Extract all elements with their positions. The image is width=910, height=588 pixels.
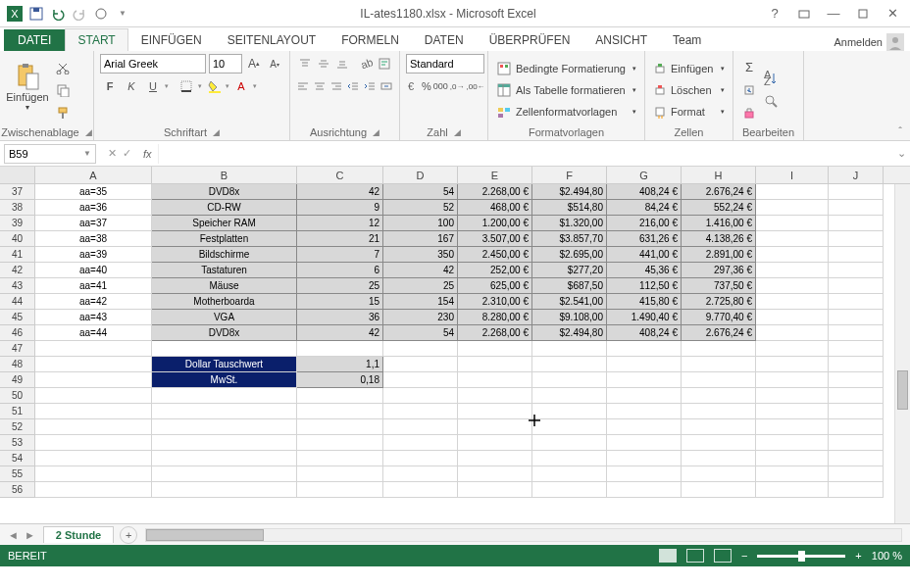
cell[interactable]: aa=41 bbox=[35, 278, 152, 294]
cell[interactable]: Dollar Tauschwert bbox=[152, 357, 297, 372]
cell[interactable] bbox=[607, 357, 682, 372]
align-bottom-icon[interactable] bbox=[333, 54, 350, 74]
cell[interactable] bbox=[532, 372, 607, 388]
cell[interactable] bbox=[383, 482, 458, 498]
cell[interactable] bbox=[35, 372, 152, 388]
clear-icon[interactable] bbox=[739, 103, 759, 122]
cell[interactable] bbox=[297, 388, 383, 404]
font-name-select[interactable] bbox=[100, 54, 206, 74]
tab-insert[interactable]: EINFÜGEN bbox=[128, 28, 215, 51]
cell[interactable] bbox=[35, 419, 152, 435]
cell[interactable] bbox=[383, 451, 458, 466]
cell[interactable] bbox=[607, 451, 682, 466]
cell[interactable]: aa=38 bbox=[35, 231, 152, 247]
cell[interactable]: $2.695,00 bbox=[532, 247, 607, 263]
cell[interactable]: 415,80 € bbox=[607, 294, 682, 310]
cell[interactable] bbox=[532, 341, 607, 357]
cell[interactable]: 36 bbox=[297, 310, 383, 325]
cell[interactable] bbox=[756, 263, 829, 278]
align-left-icon[interactable] bbox=[296, 76, 311, 96]
cell[interactable] bbox=[829, 263, 884, 278]
cell[interactable]: 625,00 € bbox=[458, 278, 532, 294]
cell[interactable]: 54 bbox=[383, 184, 458, 200]
cell[interactable] bbox=[756, 372, 829, 388]
help-icon[interactable]: ? bbox=[765, 4, 784, 24]
bold-button[interactable]: F bbox=[100, 76, 120, 96]
cell[interactable]: 6 bbox=[297, 263, 383, 278]
cell[interactable] bbox=[829, 184, 884, 200]
cell[interactable]: 2.310,00 € bbox=[458, 294, 532, 310]
cell[interactable] bbox=[607, 404, 682, 419]
paste-button[interactable]: Einfügen▾ bbox=[6, 54, 49, 119]
cell[interactable]: 1.416,00 € bbox=[682, 216, 756, 231]
cell[interactable] bbox=[829, 247, 884, 263]
row-header[interactable]: 52 bbox=[0, 419, 35, 435]
cell[interactable] bbox=[682, 357, 756, 372]
cell[interactable]: 45,36 € bbox=[607, 263, 682, 278]
cell[interactable] bbox=[682, 435, 756, 451]
qat-custom-icon[interactable] bbox=[92, 5, 110, 23]
qat-more-icon[interactable]: ▼ bbox=[114, 5, 131, 23]
cell[interactable] bbox=[383, 372, 458, 388]
tab-layout[interactable]: SEITENLAYOUT bbox=[215, 28, 329, 51]
format-painter-icon[interactable] bbox=[53, 103, 73, 122]
row-header[interactable]: 56 bbox=[0, 482, 35, 498]
cell[interactable]: Mäuse bbox=[152, 278, 297, 294]
col-header[interactable]: C bbox=[297, 167, 383, 183]
cell[interactable]: 15 bbox=[297, 294, 383, 310]
cell[interactable]: $2.494,80 bbox=[532, 184, 607, 200]
cell[interactable] bbox=[829, 294, 884, 310]
align-center-icon[interactable] bbox=[313, 76, 328, 96]
inc-indent-icon[interactable] bbox=[362, 76, 377, 96]
zoom-in-icon[interactable]: + bbox=[855, 550, 861, 562]
copy-icon[interactable] bbox=[53, 80, 73, 100]
cell[interactable] bbox=[297, 341, 383, 357]
cell[interactable] bbox=[756, 388, 829, 404]
col-header[interactable]: B bbox=[152, 167, 297, 183]
view-normal-icon[interactable] bbox=[659, 549, 677, 563]
vertical-scrollbar[interactable] bbox=[894, 184, 910, 523]
cell[interactable] bbox=[756, 310, 829, 325]
cell[interactable]: aa=39 bbox=[35, 247, 152, 263]
font-size-select[interactable] bbox=[209, 54, 242, 74]
border-icon[interactable] bbox=[177, 76, 196, 96]
collapse-ribbon-icon[interactable]: ˆ bbox=[890, 51, 910, 140]
row-header[interactable]: 55 bbox=[0, 466, 35, 482]
dec-decimal-icon[interactable]: ,00← bbox=[466, 76, 484, 96]
tab-review[interactable]: ÜBERPRÜFEN bbox=[477, 28, 583, 51]
cell[interactable]: $1.320,00 bbox=[532, 216, 607, 231]
row-header[interactable]: 44 bbox=[0, 294, 35, 310]
maximize-icon[interactable] bbox=[853, 4, 873, 24]
cell[interactable]: 1.490,40 € bbox=[607, 310, 682, 325]
sheet-tab[interactable]: 2 Stunde bbox=[43, 526, 114, 543]
cell[interactable]: $3.857,70 bbox=[532, 231, 607, 247]
cell[interactable] bbox=[532, 404, 607, 419]
cell[interactable] bbox=[152, 435, 297, 451]
cell[interactable]: 42 bbox=[297, 325, 383, 341]
cell[interactable] bbox=[35, 341, 152, 357]
col-header[interactable]: D bbox=[383, 167, 458, 183]
fill-icon[interactable] bbox=[739, 80, 759, 100]
cell[interactable]: 8.280,00 € bbox=[458, 310, 532, 325]
cell[interactable] bbox=[829, 372, 884, 388]
cell[interactable]: 441,00 € bbox=[607, 247, 682, 263]
font-color-icon[interactable]: A bbox=[231, 76, 251, 96]
cell[interactable] bbox=[152, 451, 297, 466]
cell[interactable]: 4.138,26 € bbox=[682, 231, 756, 247]
align-middle-icon[interactable] bbox=[315, 54, 331, 74]
cell[interactable] bbox=[682, 404, 756, 419]
cell[interactable] bbox=[532, 482, 607, 498]
cell[interactable]: $2.494,80 bbox=[532, 325, 607, 341]
cell[interactable]: 2.676,24 € bbox=[682, 325, 756, 341]
cell[interactable] bbox=[297, 419, 383, 435]
cell[interactable] bbox=[756, 325, 829, 341]
row-header[interactable]: 40 bbox=[0, 231, 35, 247]
cell[interactable] bbox=[756, 247, 829, 263]
cell[interactable]: aa=40 bbox=[35, 263, 152, 278]
percent-icon[interactable]: % bbox=[422, 76, 431, 96]
cell[interactable]: 552,24 € bbox=[682, 200, 756, 216]
number-launcher-icon[interactable]: ◢ bbox=[454, 127, 461, 137]
cell[interactable]: 25 bbox=[383, 278, 458, 294]
row-header[interactable]: 38 bbox=[0, 200, 35, 216]
col-header[interactable]: F bbox=[532, 167, 607, 183]
